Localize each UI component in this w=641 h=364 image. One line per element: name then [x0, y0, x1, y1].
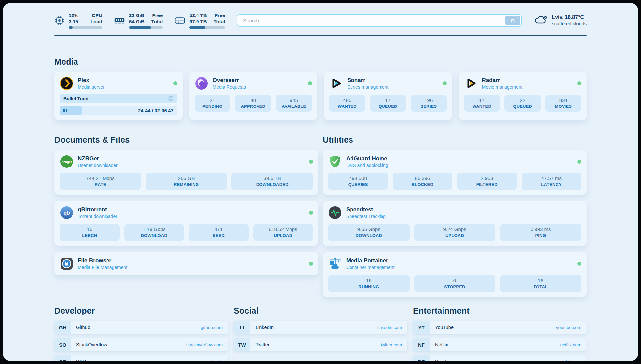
- card-radarr[interactable]: Radarr Movie management 17WANTED 22QUEUE…: [459, 72, 587, 120]
- stat-series: 196SERIES: [411, 95, 447, 112]
- bookmark-netflix[interactable]: NF Netflix netflix.com: [413, 338, 587, 351]
- memory-progress-track: [129, 26, 163, 29]
- app-name: NZBGet: [78, 155, 118, 162]
- stat-blocked: 86,396BLOCKED: [393, 173, 453, 190]
- app-name: Sonarr: [347, 77, 388, 84]
- weather-widget[interactable]: Lviv, 16.87°C scattered clouds: [534, 14, 587, 27]
- top-bar: 12% 3.15 CPU Load: [54, 12, 587, 29]
- bookmark-group-developer: Developer GH Github github.com SO StackO…: [54, 306, 228, 361]
- stat-wanted: 17WANTED: [464, 95, 500, 112]
- playback-progress-bar: 24:44 / 02:06:47: [60, 106, 177, 115]
- status-dot: [173, 81, 177, 85]
- section-title-developer: Developer: [54, 306, 228, 316]
- app-subtitle: Media Requests: [213, 84, 246, 90]
- app-name: Speedtest: [346, 206, 386, 213]
- bookmark-url: stackoverflow.com: [186, 342, 223, 347]
- bookmark-dev[interactable]: DT DEV dev.to: [54, 355, 228, 361]
- stat-latency: 47.57 msLATENCY: [522, 173, 582, 190]
- bookmark-github[interactable]: GH Github github.com: [54, 321, 228, 334]
- media-grid: Plex Media server Bullet Train 24:44 /: [54, 72, 587, 120]
- cloud-icon: [534, 15, 548, 26]
- app-name: Overseerr: [213, 77, 246, 84]
- search-bar: G: [237, 14, 522, 27]
- card-overseerr[interactable]: Overseerr Media Requests 21PENDING 40APP…: [189, 72, 318, 120]
- stat-running: 16RUNNING: [328, 275, 410, 292]
- app-subtitle: Series management: [347, 84, 388, 90]
- bookmark-name: YouTube: [435, 325, 454, 330]
- stat-download: 9.65 GbpsDOWNLOAD: [328, 224, 410, 241]
- app-subtitle: DNS and adblocking: [346, 163, 388, 168]
- stat-wanted: 485WANTED: [329, 95, 365, 112]
- status-dot: [443, 81, 447, 85]
- app-name: AdGuard Home: [346, 155, 388, 162]
- portainer-logo-icon: [328, 257, 342, 271]
- cpu-progress-track: [69, 26, 102, 29]
- app-subtitle: Media server: [78, 84, 105, 90]
- now-playing-media-icon[interactable]: [168, 96, 174, 101]
- stat-seed: 471SEED: [189, 224, 249, 241]
- bookmark-name: LinkedIn: [256, 325, 274, 330]
- bookmark-name: Netflix: [435, 342, 448, 347]
- section-title-social: Social: [234, 306, 407, 316]
- card-filebrowser[interactable]: File Browser Media File Management: [54, 252, 318, 275]
- memory-free-value: 22 GiB: [129, 12, 145, 18]
- utilities-column: Utilities AdGuard Home DNS and adblockin…: [323, 135, 587, 297]
- section-title-documents: Documents & Files: [54, 135, 318, 145]
- bookmark-linkedin[interactable]: LI LinkedIn linkedin.com: [234, 321, 407, 334]
- stat-download: 1.19 GbpsDOWNLOAD: [124, 224, 184, 241]
- section-title-media: Media: [54, 57, 587, 67]
- bookmark-url: reddit.com: [561, 359, 581, 361]
- bookmark-abbr: YT: [413, 321, 430, 334]
- app-subtitle: Usenet downloader: [78, 163, 118, 168]
- bookmark-url: github.com: [201, 325, 223, 330]
- app-name: qBittorrent: [78, 206, 117, 213]
- bookmark-url: dev.to: [211, 359, 223, 361]
- app-subtitle: Media File Management: [78, 265, 127, 270]
- app-subtitle: Movie management: [482, 84, 523, 90]
- stat-stopped: 0STOPPED: [414, 275, 496, 292]
- stat-downloaded: 39.6 TBDOWNLOADED: [231, 173, 313, 190]
- bookmark-name: Reddit: [435, 359, 449, 361]
- status-dot: [309, 211, 313, 215]
- bookmark-twitter[interactable]: TW Twitter twitter.com: [234, 338, 407, 351]
- search-input[interactable]: [238, 18, 505, 23]
- radarr-logo-icon: [464, 76, 478, 90]
- card-nzbget[interactable]: nzbget NZBGet Usenet downloader 744.21 M…: [54, 150, 318, 195]
- memory-icon: [114, 16, 125, 25]
- bookmark-url: netflix.com: [560, 342, 581, 347]
- bookmark-reddit[interactable]: RE Reddit reddit.com: [413, 355, 587, 361]
- search-engine-button[interactable]: G: [505, 16, 520, 25]
- overseerr-logo-icon: [195, 76, 208, 90]
- system-stats: 12% 3.15 CPU Load: [54, 12, 225, 29]
- card-sonarr[interactable]: Sonarr Series management 485WANTED 17QUE…: [324, 72, 452, 120]
- adguard-logo-icon: [328, 155, 342, 168]
- now-playing-title: Bullet Train: [63, 96, 88, 101]
- card-portainer[interactable]: Media Portainer Container management 16R…: [323, 252, 587, 297]
- bookmark-abbr: RE: [413, 355, 430, 361]
- speedtest-logo-icon: [328, 206, 342, 220]
- card-speedtest[interactable]: Speedtest Speedtest Tracking 9.65 GbpsDO…: [323, 201, 587, 246]
- card-qbittorrent[interactable]: qb qBittorrent Torrent downloader 16LEEC…: [54, 201, 318, 246]
- bookmark-abbr: NF: [413, 338, 430, 351]
- status-dot: [577, 160, 581, 164]
- status-dot: [308, 81, 312, 85]
- disk-stat: 52.4 TB 97.9 TB Free Total: [174, 12, 225, 29]
- bookmark-youtube[interactable]: YT YouTube youtube.com: [413, 321, 587, 334]
- bookmark-abbr: SO: [54, 338, 71, 351]
- weather-location-temp: Lviv, 16.87°C: [552, 14, 587, 21]
- dashboard-page: 12% 3.15 CPU Load: [3, 3, 638, 361]
- card-adguard[interactable]: AdGuard Home DNS and adblocking 498,508Q…: [323, 150, 587, 195]
- card-plex[interactable]: Plex Media server Bullet Train 24:44 /: [54, 72, 183, 120]
- bookmark-name: StackOverflow: [76, 342, 107, 347]
- cpu-stat: 12% 3.15 CPU Load: [54, 12, 102, 29]
- bookmark-name: Twitter: [256, 342, 270, 347]
- bookmark-stackoverflow[interactable]: SO StackOverflow stackoverflow.com: [54, 338, 228, 351]
- header-divider: [54, 35, 587, 36]
- bookmark-name: Github: [76, 325, 90, 330]
- stat-approved: 40APPROVED: [235, 95, 271, 112]
- status-dot: [577, 81, 581, 85]
- disk-free-value: 52.4 TB: [189, 12, 207, 18]
- app-subtitle: Container management: [346, 265, 394, 270]
- disk-progress-track: [189, 26, 225, 29]
- disk-icon: [174, 16, 185, 25]
